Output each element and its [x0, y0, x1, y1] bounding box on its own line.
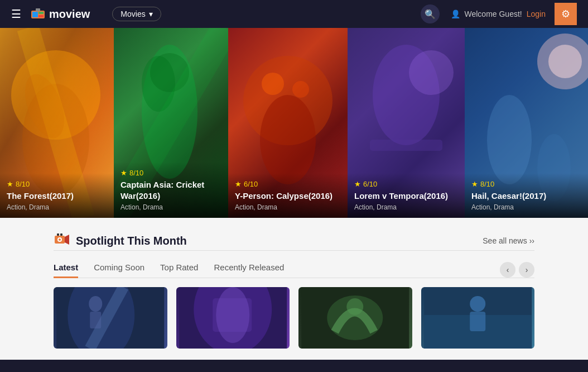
svg-rect-36 [90, 312, 101, 328]
svg-point-23 [548, 45, 582, 78]
spotlight-title: Spotlight This Month [76, 235, 187, 247]
hero-card-4[interactable]: ★ 6/10 Lorem v Tempora(2016) Action, Dra… [348, 28, 465, 218]
svg-rect-30 [57, 233, 59, 236]
hero-card-5-genre: Action, Drama [471, 203, 581, 211]
svg-point-28 [59, 239, 61, 241]
hero-card-2-title: Captain Asia: Cricket War(2016) [121, 179, 221, 201]
hero-card-2-overlay: ★ 8/10 Captain Asia: Cricket War(2016) A… [114, 162, 228, 218]
hero-card-3-rating: ★ 6/10 [235, 180, 341, 188]
movies-grid [54, 287, 534, 360]
svg-rect-20 [370, 140, 442, 151]
svg-rect-4 [36, 8, 40, 11]
svg-point-14 [260, 95, 316, 184]
svg-point-40 [216, 287, 249, 343]
hero-card-2[interactable]: ★ 8/10 Captain Asia: Cricket War(2016) A… [114, 28, 228, 218]
svg-rect-31 [60, 233, 62, 236]
star-icon: ★ [471, 180, 478, 188]
header: ☰ moview Movies ▾ 🔍 👤 Welcome Guest! Log… [0, 0, 588, 28]
hero-card-2-genre: Action, Drama [121, 203, 221, 211]
star-icon: ★ [235, 180, 242, 188]
hero-card-1-rating: ★ 8/10 [7, 180, 107, 188]
hero-card-5-overlay: ★ 8/10 Hail, Caesar!(2017) Action, Drama [465, 173, 588, 218]
hero-card-4-rating: ★ 6/10 [354, 180, 458, 188]
hero-card-3-genre: Action, Drama [235, 203, 341, 211]
hero-card-3-overlay: ★ 6/10 Y-Person: Calypse(2016) Action, D… [228, 173, 348, 218]
movie-card-4[interactable] [421, 287, 535, 349]
hero-card-1-overlay: ★ 8/10 The Forest(2017) Action, Drama [0, 173, 114, 218]
svg-rect-3 [38, 15, 44, 17]
search-button[interactable]: 🔍 [421, 4, 440, 23]
welcome-text: Welcome Guest! [465, 9, 522, 18]
star-icon: ★ [7, 180, 13, 188]
movie-card-3[interactable] [298, 287, 412, 349]
hero-card-5-title: Hail, Caesar!(2017) [471, 190, 581, 202]
logo-text: moview [49, 8, 90, 21]
hero-card-1[interactable]: ★ 8/10 The Forest(2017) Action, Drama [0, 28, 114, 218]
svg-point-19 [409, 50, 454, 95]
svg-point-5 [11, 50, 100, 140]
movies-dropdown[interactable]: Movies ▾ [112, 7, 161, 21]
tabs-row: Latest Coming Soon Top Rated Recently Re… [54, 260, 534, 278]
hero-card-4-overlay: ★ 6/10 Lorem v Tempora(2016) Action, Dra… [348, 173, 465, 218]
movie-card-1[interactable] [54, 287, 167, 349]
svg-point-35 [89, 296, 102, 312]
spotlight-divider [54, 250, 534, 251]
svg-point-24 [487, 95, 532, 184]
chevron-down-icon: ▾ [149, 9, 153, 18]
user-avatar-icon: 👤 [451, 9, 460, 18]
star-icon: ★ [354, 180, 361, 188]
user-welcome: 👤 Welcome Guest! Login [451, 9, 546, 18]
svg-point-15 [262, 73, 284, 95]
spotlight-title-row: Spotlight This Month [54, 231, 187, 250]
hero-card-4-title: Lorem v Tempora(2016) [354, 190, 458, 202]
movie-card-2[interactable] [176, 287, 290, 349]
hero-card-2-rating: ★ 8/10 [121, 169, 221, 177]
hero-card-3-title: Y-Person: Calypse(2016) [235, 190, 341, 202]
tabs-next-button[interactable]: › [519, 262, 534, 278]
menu-icon[interactable]: ☰ [11, 7, 21, 21]
hero-banner: ★ 8/10 The Forest(2017) Action, Drama ★ … [0, 28, 588, 218]
logo-icon [30, 8, 46, 20]
svg-point-8 [17, 69, 71, 143]
search-icon: 🔍 [425, 9, 436, 20]
spotlight-camera-icon [54, 231, 70, 250]
hero-card-4-genre: Action, Drama [354, 203, 458, 211]
svg-marker-29 [65, 235, 69, 245]
svg-rect-2 [38, 12, 44, 14]
hero-card-5[interactable]: ★ 8/10 Hail, Caesar!(2017) Action, Drama [465, 28, 588, 218]
tab-coming-soon[interactable]: Coming Soon [94, 263, 144, 278]
settings-button[interactable]: ⚙ [555, 3, 577, 25]
svg-rect-1 [32, 12, 38, 17]
spotlight-section: Spotlight This Month See all news ›› Lat… [0, 218, 588, 360]
tabs-navigation: ‹ › [500, 262, 534, 278]
hero-card-5-rating: ★ 8/10 [471, 180, 581, 188]
tab-recently-released[interactable]: Recently Released [214, 263, 284, 278]
login-link[interactable]: Login [527, 9, 546, 18]
see-all-news-link[interactable]: See all news ›› [483, 236, 534, 245]
tab-top-rated[interactable]: Top Rated [160, 263, 198, 278]
see-all-label: See all news [483, 236, 527, 245]
chevron-right-icon: ›› [529, 236, 534, 245]
hero-card-1-title: The Forest(2017) [7, 190, 107, 202]
svg-rect-47 [470, 312, 485, 331]
svg-point-46 [470, 296, 485, 312]
gear-icon: ⚙ [561, 8, 570, 20]
logo: moview [30, 8, 90, 21]
tab-latest[interactable]: Latest [54, 263, 78, 278]
hero-card-3[interactable]: ★ 6/10 Y-Person: Calypse(2016) Action, D… [228, 28, 348, 218]
tabs-prev-button[interactable]: ‹ [500, 262, 515, 278]
star-icon: ★ [121, 169, 127, 177]
spotlight-header: Spotlight This Month See all news ›› [54, 231, 534, 250]
movies-dropdown-label: Movies [121, 9, 145, 18]
svg-point-16 [292, 81, 309, 98]
svg-point-43 [346, 298, 363, 315]
hero-card-1-genre: Action, Drama [7, 203, 107, 211]
